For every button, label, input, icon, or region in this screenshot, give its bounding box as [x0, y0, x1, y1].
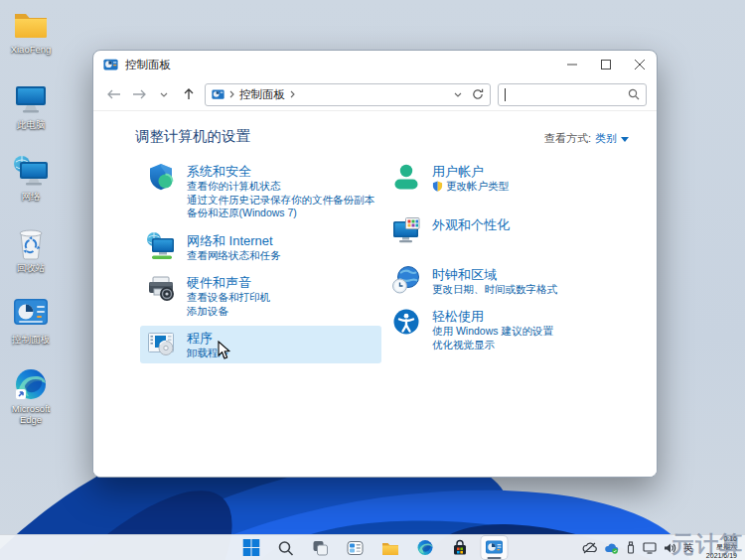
address-control-panel-icon: [212, 89, 224, 100]
store-icon: [451, 539, 468, 556]
control-panel-window: 控制面板: [92, 50, 658, 478]
desktop-icon-control-panel[interactable]: 控制面板: [2, 298, 60, 345]
task-link[interactable]: 备份和还原(Windows 7): [187, 207, 374, 220]
category-ease-of-access[interactable]: 轻松使用 使用 Windows 建议的设置 优化视觉显示: [385, 304, 627, 354]
control-panel-icon: [486, 540, 504, 555]
recent-pages-chevron-icon[interactable]: [155, 84, 173, 104]
shield-icon: [146, 162, 176, 192]
category-title[interactable]: 用户帐户: [432, 164, 484, 179]
category-user-accounts[interactable]: 用户帐户 更改帐户类型: [385, 159, 627, 197]
search-icon: [278, 540, 294, 556]
category-clock-region[interactable]: 时钟和区域 更改日期、时间或数字格式: [385, 262, 627, 300]
desktop-icon-this-pc[interactable]: 此电脑: [2, 83, 60, 130]
security-status-icon[interactable]: [604, 542, 619, 554]
category-title[interactable]: 轻松使用: [432, 309, 484, 324]
category-title[interactable]: 程序: [187, 331, 213, 346]
clock-globe-icon: [391, 265, 421, 295]
title-bar: 控制面板: [93, 51, 657, 78]
task-link[interactable]: 查看设备和打印机: [187, 291, 270, 305]
desktop-icon-xiaofeng[interactable]: XiaoFeng: [2, 8, 60, 55]
desktop-icon-label: 此电脑: [2, 119, 60, 130]
display-network-icon[interactable]: [643, 542, 657, 554]
task-link[interactable]: 更改日期、时间或数字格式: [432, 283, 557, 297]
navigation-toolbar: 控制面板: [93, 78, 657, 111]
start-button[interactable]: [238, 536, 264, 559]
view-by-value[interactable]: 类别: [595, 131, 617, 146]
desktop-icon-network[interactable]: 网络: [2, 155, 60, 202]
up-button[interactable]: [180, 84, 198, 104]
desktop-icon-label: Microsoft Edge: [2, 403, 60, 425]
network-icon: [2, 155, 60, 189]
ease-of-access-icon: [391, 307, 421, 337]
address-dropdown-icon[interactable]: [454, 92, 462, 97]
mouse-cursor: [218, 341, 231, 360]
category-title[interactable]: 系统和安全: [187, 164, 251, 179]
search-input[interactable]: [498, 83, 647, 106]
file-explorer-icon: [380, 540, 399, 556]
file-explorer-button[interactable]: [377, 536, 403, 559]
task-view-button[interactable]: [308, 536, 334, 559]
task-link[interactable]: 查看你的计算机状态: [187, 180, 374, 194]
task-link[interactable]: 查看网络状态和任务: [187, 249, 281, 263]
onedrive-offline-icon[interactable]: [582, 542, 597, 554]
desktop-icon-label: 控制面板: [2, 334, 60, 345]
programs-icon: [146, 329, 176, 358]
refresh-icon[interactable]: [472, 88, 484, 100]
folder-icon: [2, 8, 60, 42]
appearance-icon: [391, 215, 421, 245]
minimize-button[interactable]: [555, 51, 589, 78]
desktop-icon-label: 回收站: [2, 262, 60, 273]
task-link[interactable]: 通过文件历史记录保存你的文件备份副本: [187, 194, 374, 208]
view-by-dropdown-icon[interactable]: [621, 137, 629, 142]
category-title[interactable]: 网络和 Internet: [187, 233, 273, 248]
task-view-icon: [312, 539, 330, 557]
desktop-icon-label: XiaoFeng: [2, 44, 60, 55]
task-link[interactable]: 使用 Windows 建议的设置: [432, 325, 553, 339]
window-title: 控制面板: [125, 58, 555, 72]
edge-icon: [2, 367, 60, 401]
window-control-panel-icon: [103, 59, 118, 71]
recycle-bin-icon: [2, 226, 60, 260]
edge-taskbar-button[interactable]: [412, 536, 438, 559]
task-link[interactable]: 优化视觉显示: [432, 339, 553, 352]
search-icon: [628, 88, 640, 100]
microsoft-store-button[interactable]: [447, 536, 473, 559]
desktop-icon-label: 网络: [2, 191, 60, 202]
maximize-button[interactable]: [589, 51, 623, 78]
uac-shield-icon: [432, 181, 443, 192]
page-title: 调整计算机的设置: [135, 127, 250, 146]
user-icon: [391, 162, 421, 192]
category-appearance-personalization[interactable]: 外观和个性化: [385, 212, 627, 248]
breadcrumb-chevron-icon: [229, 90, 234, 98]
control-panel-taskbar-button[interactable]: [482, 536, 508, 559]
task-link[interactable]: 添加设备: [187, 305, 270, 319]
network-globe-monitor-icon: [146, 231, 176, 261]
back-button[interactable]: [105, 84, 123, 104]
usb-device-icon[interactable]: [626, 541, 636, 554]
search-taskbar-button[interactable]: [273, 536, 299, 559]
category-title[interactable]: 时钟和区域: [432, 267, 497, 282]
close-button[interactable]: [623, 51, 657, 78]
widgets-button[interactable]: [343, 536, 369, 559]
breadcrumb[interactable]: 控制面板: [239, 87, 285, 102]
category-system-security[interactable]: 系统和安全 查看你的计算机状态 通过文件历史记录保存你的文件备份副本 备份和还原…: [140, 159, 381, 223]
address-bar[interactable]: 控制面板: [205, 83, 491, 106]
task-link[interactable]: 更改帐户类型: [446, 180, 509, 194]
printer-speaker-icon: [146, 273, 176, 303]
category-programs[interactable]: 程序 卸载程序: [140, 326, 381, 363]
desktop-icon-recycle-bin[interactable]: 回收站: [2, 226, 60, 273]
control-panel-icon: [2, 298, 60, 332]
category-column-left: 系统和安全 查看你的计算机状态 通过文件历史记录保存你的文件备份副本 备份和还原…: [140, 159, 381, 363]
view-by-label: 查看方式:: [544, 131, 591, 146]
category-title[interactable]: 外观和个性化: [432, 217, 510, 232]
this-pc-icon: [2, 83, 60, 117]
taskbar: 英 0:16 星期六 2021/6/19: [0, 534, 745, 560]
category-title[interactable]: 硬件和声音: [187, 275, 251, 290]
desktop-icon-edge[interactable]: Microsoft Edge: [2, 367, 60, 425]
forward-button[interactable]: [130, 84, 148, 104]
category-network-internet[interactable]: 网络和 Internet 查看网络状态和任务: [140, 228, 381, 266]
category-hardware-sound[interactable]: 硬件和声音 查看设备和打印机 添加设备: [140, 270, 381, 321]
breadcrumb-chevron-icon[interactable]: [290, 90, 295, 98]
watermark: 元计算: [671, 529, 743, 560]
widgets-icon: [347, 539, 365, 557]
